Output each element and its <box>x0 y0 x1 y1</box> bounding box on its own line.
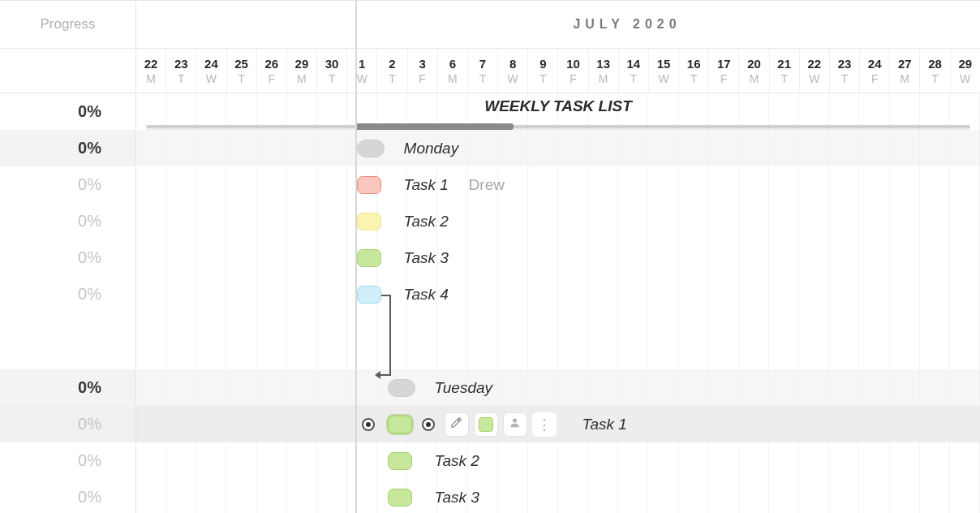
date-weekday: W <box>206 72 217 85</box>
tuesday-label: Tuesday <box>435 379 492 397</box>
row-monday-task3[interactable]: Task 3 <box>136 239 980 276</box>
person-icon <box>509 416 521 432</box>
date-column[interactable]: 23T <box>830 49 860 93</box>
date-weekday: T <box>780 72 788 85</box>
date-number: 28 <box>928 57 942 71</box>
row-radio-right[interactable] <box>422 418 435 431</box>
month-header: JULY 2020 <box>136 0 980 49</box>
milestone-icon[interactable] <box>357 140 385 157</box>
date-column[interactable]: 7T <box>468 49 498 93</box>
more-icon: ⋮ <box>537 416 552 433</box>
date-column[interactable]: 17F <box>709 49 739 93</box>
row-gap <box>136 313 980 369</box>
date-column[interactable]: 2T <box>377 49 407 93</box>
row-monday-task4[interactable]: Task 4 <box>136 276 980 313</box>
milestone-icon[interactable] <box>388 379 415 397</box>
date-weekday: W <box>960 72 970 85</box>
date-column[interactable]: 24W <box>196 49 226 93</box>
date-number: 22 <box>144 57 158 71</box>
date-column[interactable]: 9T <box>528 49 558 93</box>
date-column[interactable]: 29W <box>951 49 980 93</box>
date-column[interactable]: 22M <box>136 49 166 93</box>
date-column[interactable]: 25T <box>227 49 257 93</box>
date-weekday: W <box>809 72 819 85</box>
date-weekday: F <box>720 72 728 85</box>
date-column[interactable]: 24F <box>860 49 890 93</box>
date-column[interactable]: 15W <box>649 49 679 93</box>
date-column[interactable]: 22W <box>800 49 830 93</box>
date-weekday: W <box>508 72 518 85</box>
month-label: JULY 2020 <box>573 17 681 32</box>
progress-monday: 0% <box>0 130 135 166</box>
progress-subheader <box>0 49 135 93</box>
date-number: 6 <box>449 57 456 71</box>
row-title <box>136 93 980 130</box>
date-weekday: T <box>630 72 638 85</box>
date-weekday: T <box>178 72 185 85</box>
date-number: 17 <box>717 57 731 71</box>
date-number: 26 <box>264 57 278 71</box>
date-header: 22M23T24W25T26F29M30T1W2T3F6M7T8W9T10F13… <box>136 49 980 93</box>
timeline-area[interactable]: JULY 2020 22M23T24W25T26F29M30T1W2T3F6M7… <box>136 0 980 513</box>
date-number: 24 <box>868 57 882 71</box>
svg-point-0 <box>513 419 517 423</box>
date-number: 14 <box>626 57 640 71</box>
date-weekday: T <box>479 72 487 85</box>
task-label: Task 3 <box>435 489 479 507</box>
assignee-button[interactable] <box>503 412 527 437</box>
row-toolbar: ⋮ <box>445 412 557 437</box>
date-number: 1 <box>359 57 365 71</box>
progress-title: 0% <box>0 93 135 130</box>
date-column[interactable]: 1W <box>347 49 377 93</box>
progress-tu3: 0% <box>0 479 135 513</box>
row-tuesday-task2[interactable]: Task 2 <box>136 442 980 479</box>
row-monday-task2[interactable]: Task 2 <box>136 203 980 239</box>
task-swatch[interactable] <box>388 489 412 507</box>
date-weekday: M <box>599 72 608 85</box>
row-monday[interactable]: Monday <box>136 130 980 166</box>
date-column[interactable]: 13M <box>589 49 619 93</box>
task-swatch[interactable] <box>357 213 381 231</box>
date-number: 27 <box>898 57 912 71</box>
date-weekday: T <box>238 72 245 85</box>
task-swatch[interactable] <box>388 452 412 470</box>
date-column[interactable]: 30T <box>317 49 347 93</box>
date-number: 13 <box>596 57 610 71</box>
row-radio-left[interactable] <box>362 418 375 431</box>
date-column[interactable]: 10F <box>558 49 588 93</box>
row-monday-task1[interactable]: Task 1 Drew <box>136 166 980 203</box>
date-column[interactable]: 16T <box>679 49 709 93</box>
task-label: Task 4 <box>404 286 449 304</box>
more-button[interactable]: ⋮ <box>532 412 557 437</box>
color-button[interactable] <box>474 412 498 437</box>
month-divider <box>355 0 357 513</box>
date-column[interactable]: 28T <box>920 49 950 93</box>
date-column[interactable]: 6M <box>438 49 468 93</box>
date-number: 24 <box>204 57 218 71</box>
date-column[interactable]: 23T <box>166 49 196 93</box>
date-column[interactable]: 21T <box>770 49 800 93</box>
date-number: 23 <box>838 57 852 71</box>
date-column[interactable]: 29M <box>287 49 317 93</box>
row-tuesday-task1[interactable]: ⋮ Task 1 <box>136 406 980 442</box>
date-column[interactable]: 3F <box>408 49 438 93</box>
progress-t4: 0% <box>0 276 135 313</box>
progress-tu2: 0% <box>0 442 135 479</box>
task-swatch[interactable] <box>357 286 381 304</box>
date-number: 29 <box>958 57 972 71</box>
task-swatch[interactable] <box>388 416 412 433</box>
date-weekday: T <box>931 72 939 85</box>
date-weekday: T <box>841 72 849 85</box>
date-weekday: M <box>900 72 910 85</box>
date-column[interactable]: 20M <box>739 49 769 93</box>
row-tuesday[interactable]: Tuesday <box>136 369 980 406</box>
task-swatch[interactable] <box>357 249 381 267</box>
row-tuesday-task3[interactable]: Task 3 <box>136 479 980 513</box>
edit-button[interactable] <box>445 412 469 437</box>
task-swatch[interactable] <box>357 176 381 194</box>
date-column[interactable]: 26F <box>257 49 287 93</box>
date-column[interactable]: 8W <box>498 49 528 93</box>
date-number: 9 <box>539 57 546 71</box>
date-column[interactable]: 27M <box>890 49 920 93</box>
date-column[interactable]: 14T <box>619 49 649 93</box>
